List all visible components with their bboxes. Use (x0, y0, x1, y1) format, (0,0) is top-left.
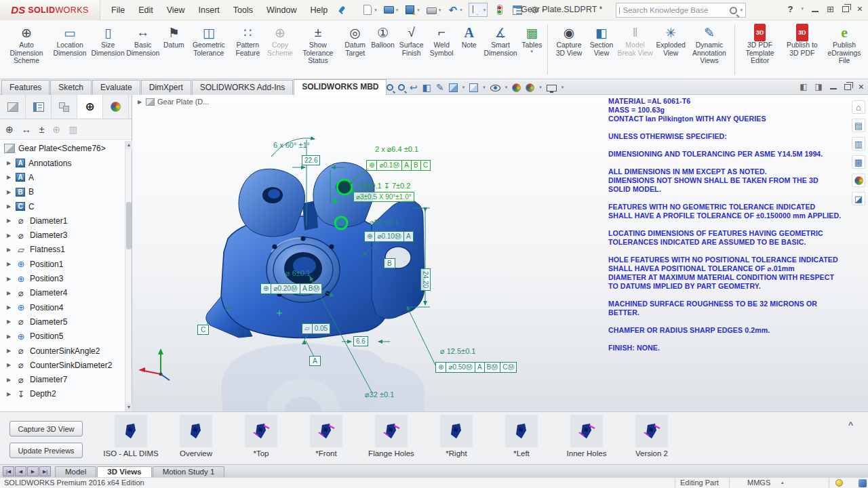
close-icon[interactable]: × (857, 3, 863, 14)
view-orientation-icon[interactable] (449, 83, 458, 92)
view-thumbnail-image[interactable] (180, 415, 212, 447)
minimize-icon[interactable] (812, 11, 818, 12)
propertymanager-tab[interactable] (26, 95, 52, 119)
tree-item-diameter4[interactable]: ▶ ⌀ Diameter4 (0, 286, 125, 300)
nav-[interactable]: ◀ (15, 466, 26, 476)
menu-view[interactable]: View (167, 5, 185, 15)
scroll-up-icon[interactable]: ▲ (125, 141, 132, 149)
expand-arrow-icon[interactable]: ▶ (7, 333, 12, 340)
previous-view-icon[interactable]: ↩ (410, 82, 418, 93)
undo-icon[interactable]: ↶ (447, 4, 458, 16)
dimxpertmanager-tab[interactable]: ⊕ (77, 95, 103, 119)
copy-scheme-tool-icon[interactable]: ⊕ (52, 124, 60, 135)
dim-angle[interactable]: 6 x 60° ±1° (273, 141, 310, 149)
tree-item-depth2[interactable]: ▶ ↧ Depth2 (0, 387, 125, 401)
mbd-notes[interactable]: MATERIAL =AL 6061-T6MASS = 100.63gCONTAC… (608, 97, 861, 352)
zoom-to-fit-icon[interactable] (387, 84, 393, 91)
tree-item-countersinkangle2[interactable]: ▶ ⌀ CounterSinkAngle2 (0, 344, 125, 358)
datum-label-c[interactable]: C (197, 325, 209, 335)
expand-arrow-icon[interactable]: ▶ (7, 203, 12, 209)
auto-dimension-scheme-button[interactable]: ⊕ Auto Dimension Scheme (4, 23, 49, 66)
dim-small-hole[interactable]: ⌀ 6±0.1 (285, 269, 311, 278)
expand-arrow-icon[interactable]: ▶ (7, 189, 12, 195)
view-thumbnail-image[interactable] (310, 415, 342, 447)
featuremanager-tab[interactable] (0, 95, 26, 119)
dim-height[interactable]: 24.20 (420, 268, 431, 291)
menu-insert[interactable]: Insert (199, 5, 220, 15)
view-thumbnail-image[interactable] (570, 415, 603, 447)
rebuild-icon[interactable] (494, 4, 505, 16)
appearances-icon[interactable] (852, 174, 865, 187)
hide-show-items-icon[interactable] (490, 85, 500, 92)
publish-edrawings-file-button[interactable]: e Publish eDrawings File (822, 23, 867, 66)
expand-arrow-icon[interactable]: ▶ (7, 247, 12, 253)
tolerance-status-tool-icon[interactable]: ± (39, 124, 45, 135)
tree-item-position5[interactable]: ▶ ⊕ Position5 (0, 329, 125, 344)
geometric-tolerance-button[interactable]: ◫ Geometric Tolerance (186, 23, 231, 58)
dim-bore[interactable]: ⌀26 ±0.1 (370, 218, 399, 227)
restore-icon[interactable] (842, 6, 849, 12)
datum-button[interactable]: ⚑ Datum (161, 23, 186, 50)
tree-item-flatness1[interactable]: ▶ ▱ Flatness1 (0, 243, 125, 257)
model-break-view-button[interactable]: ‖ Model Break View (616, 23, 654, 58)
menu-window[interactable]: Window (267, 5, 296, 15)
pdf-template-editor-button[interactable]: 3D 3D PDF Template Editor (738, 23, 783, 66)
tree-item-countersinkdiameter2[interactable]: ▶ ⌀ CounterSinkDiameter2 (0, 358, 125, 372)
dim-depth[interactable]: 6.6 (353, 336, 368, 346)
doc-tab-model[interactable]: Model (55, 466, 96, 477)
view-thumb-right[interactable]: *Right (424, 415, 489, 458)
view-thumb-front[interactable]: *Front (294, 415, 359, 458)
basic-dimension-button[interactable]: ↔ Basic Dimension (125, 23, 161, 58)
search-input[interactable] (623, 6, 727, 14)
datum-label-b[interactable]: B (384, 258, 395, 268)
view-thumb-left[interactable]: *Left (489, 415, 554, 458)
expand-arrow-icon[interactable]: ▶ (7, 174, 12, 180)
search-icon[interactable] (730, 7, 737, 14)
nav-[interactable]: ▶ (27, 466, 39, 476)
basic-dimension-tool-icon[interactable]: ↔ (22, 124, 31, 135)
view-thumbnail-image[interactable] (440, 415, 473, 447)
location-dimension-button[interactable]: ▭ Location Dimension (49, 23, 91, 58)
dynamic-annotation-views-button[interactable]: ✎ Dynamic Annotation Views (687, 23, 732, 66)
new-document-icon[interactable] (361, 4, 373, 16)
dim-countersink-depth[interactable]: 2.5±0.1 ↧ 7±0.2 (357, 182, 410, 190)
nav-[interactable]: ▶| (39, 466, 51, 476)
dim-outer[interactable]: ⌀32 ±0.1 (365, 390, 394, 399)
surface-finish-button[interactable]: √ Surface Finish (395, 23, 427, 58)
dynamic-annotation-icon[interactable]: ✎ (436, 82, 444, 93)
view-settings-icon[interactable] (547, 85, 557, 92)
custom-properties-icon[interactable]: ◪ (852, 192, 865, 205)
fcf-hole-pattern[interactable]: ⊕⌀0.1ⓂABC (367, 160, 431, 171)
dim-side-hole[interactable]: ⌀ 12.5±0.1 (440, 347, 475, 356)
fcf-flatness[interactable]: ▱0.05 (302, 323, 330, 334)
capture-3d-view-panel-button[interactable]: Capture 3D View (9, 421, 83, 436)
fcf-bore[interactable]: ⊕⌀0.10ⓂA (365, 231, 414, 242)
open-document-icon[interactable] (383, 4, 395, 16)
tree-item-c[interactable]: ▶ C C (0, 199, 125, 214)
view-thumb-version-2[interactable]: Version 2 (619, 415, 684, 458)
scrollbar-thumb[interactable] (126, 202, 132, 249)
view-thumb-flange-holes[interactable]: Flange Holes (359, 415, 424, 458)
tree-item-b[interactable]: ▶ B B (0, 185, 125, 199)
view-palette-icon[interactable]: ▦ (852, 155, 865, 169)
tab-solidworks-add-ins[interactable]: SOLIDWORKS Add-Ins (192, 80, 293, 95)
nav-[interactable]: |◀ (3, 466, 14, 476)
tab-evaluate[interactable]: Evaluate (92, 80, 140, 95)
doc-tab-motion-study-1[interactable]: Motion Study 1 (153, 466, 225, 477)
capture-3d-view-button[interactable]: ◉ Capture 3D View (551, 23, 587, 58)
expand-icon[interactable]: ⊞ (827, 4, 834, 14)
tree-item-annotations[interactable]: ▶ A Annotations (0, 156, 125, 170)
smart-dimension-button[interactable]: ∡ Smart Dimension (482, 23, 519, 58)
tree-item-diameter3[interactable]: ▶ ⌀ Diameter3 (0, 228, 125, 242)
tab-dimxpert[interactable]: DimXpert (141, 80, 191, 95)
breadcrumb[interactable]: ▶ Gear Plate (D... (138, 98, 209, 106)
dim-countersink-angle[interactable]: ⌀3±0.5 X 90°±1.0° (353, 192, 414, 202)
graphics-viewport[interactable]: ▶ Gear Plate (D... MATERIAL =AL 6061-T6M… (132, 95, 868, 411)
search-dropdown-icon[interactable]: ▾ (740, 7, 743, 13)
expand-arrow-icon[interactable]: ▶ (7, 290, 12, 296)
collapse-panel-icon[interactable]: ^ (848, 420, 853, 430)
publish-to-3d-pdf-button[interactable]: 3D Publish to 3D PDF (783, 23, 822, 58)
design-library-icon[interactable]: ▤ (852, 119, 865, 132)
home-icon[interactable]: ⌂ (852, 100, 865, 114)
view-thumbnail-image[interactable] (115, 415, 147, 447)
